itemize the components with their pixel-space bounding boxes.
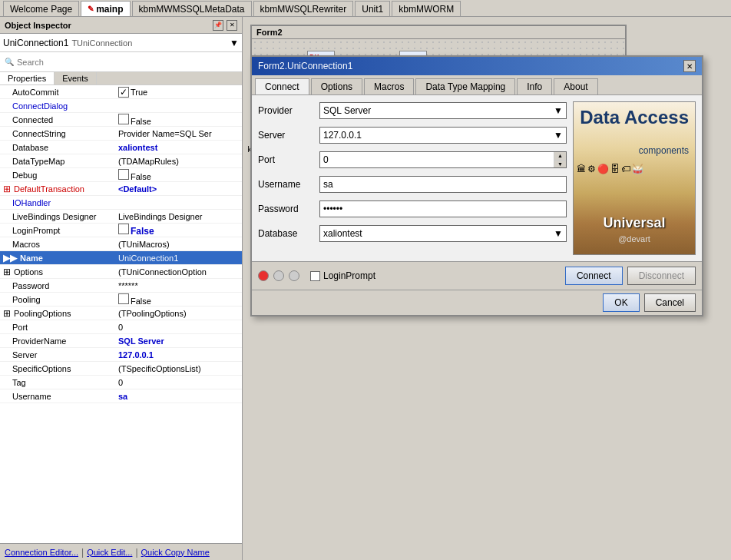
table-row[interactable]: Database xaliontest <box>0 141 242 154</box>
table-row[interactable]: Tag 0 <box>0 376 242 389</box>
table-row[interactable]: IOHandler <box>0 196 242 210</box>
username-input[interactable] <box>319 176 567 193</box>
separator2: | <box>135 547 137 558</box>
footer-buttons: Connect Disconnect <box>565 267 696 285</box>
username-label: Username <box>258 179 319 190</box>
tab-properties[interactable]: Properties <box>0 72 55 84</box>
dialog-tab-connect[interactable]: Connect <box>255 78 309 94</box>
dialog-tab-datatypemapping[interactable]: Data Type Mapping <box>415 78 515 94</box>
panel-title: Object Inspector <box>5 21 71 30</box>
disconnect-button[interactable]: Disconnect <box>627 267 696 285</box>
panel-controls: 📌 ✕ <box>213 20 237 31</box>
prop-value: Provider Name=SQL Ser <box>115 129 242 138</box>
dialog-close-button[interactable]: ✕ <box>683 60 696 72</box>
prop-value: (TSpecificOptionsList) <box>115 364 242 373</box>
checkbox-icon <box>118 224 129 234</box>
pin-button[interactable]: 📌 <box>213 20 223 31</box>
server-select[interactable]: 127.0.0.1 ▼ <box>319 127 567 144</box>
dialog-tab-info[interactable]: Info <box>517 78 552 94</box>
separator: | <box>81 547 84 558</box>
database-value: xaliontest <box>323 228 362 239</box>
tab-kbmworm[interactable]: kbmMWORM <box>392 1 461 16</box>
tab-kbmworm-label: kbmMWORM <box>399 4 454 15</box>
main-layout: Object Inspector 📌 ✕ UniConnection1 TUni… <box>0 17 731 560</box>
db-icon2: 🗄 <box>610 164 620 174</box>
prop-value: 0 <box>115 323 242 332</box>
tab-welcome-label: Welcome Page <box>10 4 72 15</box>
dialog-body: Provider SQL Server ▼ Serve <box>252 95 702 261</box>
table-row[interactable]: Macros (TUniMacros) <box>0 237 242 251</box>
prop-value: xaliontest <box>115 143 242 152</box>
port-input[interactable] <box>320 152 554 167</box>
status-dot-red <box>258 270 269 281</box>
table-row[interactable]: Pooling False <box>0 293 242 307</box>
spinner-down[interactable]: ▼ <box>554 161 566 168</box>
provider-value: SQL Server <box>323 105 371 116</box>
prop-name: ⊞PoolingOptions <box>0 308 115 319</box>
cancel-button[interactable]: Cancel <box>644 293 696 312</box>
table-row[interactable]: ConnectString Provider Name=SQL Ser <box>0 127 242 141</box>
spinner-up[interactable]: ▲ <box>554 152 566 161</box>
close-button[interactable]: ✕ <box>227 20 237 31</box>
cylinder-icon: 🥁 <box>632 164 643 174</box>
database-select[interactable]: xaliontest ▼ <box>319 225 567 242</box>
table-row[interactable]: ⊞PoolingOptions (TPoolingOptions) <box>0 307 242 320</box>
prop-value: ✓True <box>115 87 242 98</box>
password-label: Password <box>258 204 319 214</box>
dialog-tab-options[interactable]: Options <box>311 78 362 94</box>
table-row[interactable]: ⊞DefaultTransaction <Default> <box>0 182 242 196</box>
table-row[interactable]: ProviderName SQL Server <box>0 334 242 348</box>
dialog-footer: LoginPrompt Connect Disconnect <box>252 261 702 290</box>
tab-events[interactable]: Events <box>55 72 97 84</box>
quick-copy-link[interactable]: Quick Copy Name <box>141 548 210 557</box>
right-panel: Form2 DX 🔗 UniConnection1 🗄 <box>243 17 731 560</box>
table-row[interactable]: Connected False <box>0 113 242 127</box>
tab-welcome[interactable]: Welcome Page <box>3 1 79 16</box>
prop-value: UniConnection1 <box>115 253 242 263</box>
port-spinner[interactable]: ▲ ▼ <box>319 151 567 168</box>
table-row[interactable]: ConnectDialog <box>0 99 242 113</box>
table-row[interactable]: Username sa <box>0 389 242 403</box>
connect-button[interactable]: Connect <box>565 267 623 285</box>
component-name: UniConnection1 <box>3 38 68 48</box>
password-input[interactable] <box>319 200 567 217</box>
table-row[interactable]: LiveBindings Designer LiveBindings Desig… <box>0 210 242 224</box>
ok-button[interactable]: OK <box>603 293 639 312</box>
tab-mainp[interactable]: ✎ mainp <box>81 1 130 16</box>
dialog-tab-about[interactable]: About <box>554 78 597 94</box>
prop-value: LiveBindings Designer <box>115 212 242 221</box>
table-row[interactable]: Server 127.0.0.1 <box>0 348 242 362</box>
sidebar-devart: @devart <box>618 234 650 244</box>
brand-text: Data Access <box>580 108 689 127</box>
dialog-tab-macros[interactable]: Macros <box>364 78 414 94</box>
prop-name: Connected <box>0 115 115 124</box>
table-row[interactable]: ▶▶Name UniConnection1 <box>0 251 242 265</box>
prop-value: (TUniConnectionOption <box>115 267 242 277</box>
table-row[interactable]: Debug False <box>0 168 242 182</box>
connection-editor-link[interactable]: Connection Editor... <box>5 548 78 557</box>
component-dropdown[interactable]: ▼ <box>230 38 239 48</box>
login-prompt-checkbox[interactable] <box>310 271 320 281</box>
provider-row: Provider SQL Server ▼ <box>258 101 567 120</box>
server-value: 127.0.0.1 <box>323 130 362 141</box>
table-row[interactable]: LoginPrompt False <box>0 224 242 237</box>
table-row[interactable]: AutoCommit ✓True <box>0 85 242 99</box>
prop-name: ▶▶Name <box>0 253 115 263</box>
table-row[interactable]: DataTypeMap (TDAMapRules) <box>0 154 242 168</box>
table-row[interactable]: SpecificOptions (TSpecificOptionsList) <box>0 362 242 376</box>
table-row[interactable]: Password ****** <box>0 279 242 293</box>
tab-kbmmssql[interactable]: kbmMWMSSQLMetaData <box>132 1 252 16</box>
provider-select[interactable]: SQL Server ▼ <box>319 102 567 119</box>
spinner-arrows: ▲ ▼ <box>554 152 566 167</box>
quick-edit-link[interactable]: Quick Edit... <box>87 548 132 557</box>
search-input[interactable] <box>17 58 237 67</box>
bottom-bar: Connection Editor... | Quick Edit... | Q… <box>0 543 242 560</box>
table-row[interactable]: Port 0 <box>0 320 242 334</box>
tab-unit1[interactable]: Unit1 <box>355 1 390 16</box>
table-row[interactable]: ⊞Options (TUniConnectionOption <box>0 265 242 279</box>
tab-sqlrewriter[interactable]: kbmMWSQLRewriter <box>253 1 354 16</box>
prop-name: LiveBindings Designer <box>0 212 115 221</box>
selected-indicator: ▶▶ <box>3 253 17 263</box>
prop-value: (TUniMacros) <box>115 240 242 249</box>
status-dot-gray2 <box>289 270 299 281</box>
